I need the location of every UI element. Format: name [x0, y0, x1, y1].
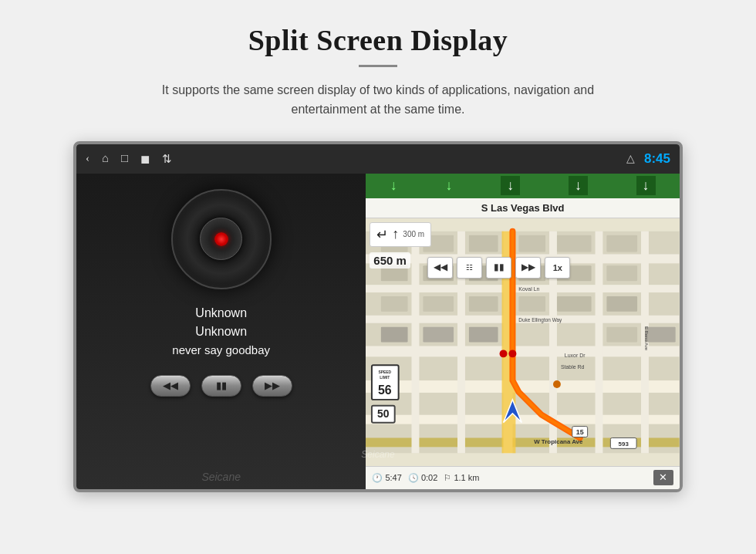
- svg-rect-20: [557, 235, 592, 252]
- home-icon[interactable]: ⌂: [102, 152, 109, 165]
- svg-point-41: [553, 380, 561, 388]
- next-button[interactable]: ▶▶: [252, 375, 292, 397]
- page-subtitle: It supports the same screen display of t…: [154, 81, 602, 120]
- song-title: never say goodbay: [172, 343, 270, 356]
- svg-rect-33: [607, 296, 638, 312]
- svg-rect-23: [424, 265, 454, 281]
- device-frame: ‹ ⌂ □ ◼ ⇅ △ 8:45 Unknown Unknown never s…: [73, 141, 683, 492]
- svg-rect-34: [381, 326, 408, 342]
- next-icon: ▶▶: [265, 380, 280, 390]
- nav-arrow-5: ↓: [636, 176, 656, 195]
- svg-point-39: [500, 350, 508, 357]
- nav-bottom-bar: 🕐 5:47 🕓 0:02 ⚐ 1.1 km ✕: [366, 466, 680, 489]
- disc-art: [171, 189, 272, 289]
- window-icon[interactable]: □: [121, 152, 128, 165]
- svg-text:56: 56: [378, 383, 392, 397]
- svg-rect-27: [607, 265, 638, 281]
- page-title: Split Screen Display: [248, 23, 508, 57]
- svg-text:Koval Ln: Koval Ln: [519, 286, 540, 292]
- title-divider: [359, 65, 397, 67]
- svg-rect-10: [457, 231, 465, 453]
- svg-rect-29: [424, 296, 454, 312]
- nav-top-bar: ↓ ↓ ↓ ↓ ↓: [366, 174, 680, 198]
- svg-text:Duke Ellington Way: Duke Ellington Way: [519, 316, 563, 323]
- status-time: 8:45: [644, 151, 670, 167]
- nav-street-bar: S Las Vegas Blvd: [366, 198, 680, 218]
- svg-text:E Reno Ave: E Reno Ave: [644, 326, 649, 351]
- svg-point-40: [509, 350, 517, 357]
- svg-text:15: 15: [576, 428, 584, 436]
- svg-rect-32: [557, 296, 592, 312]
- svg-rect-35: [424, 326, 454, 342]
- nav-arrow-1: ↓: [390, 177, 397, 194]
- svg-rect-28: [381, 296, 408, 312]
- play-pause-button[interactable]: ▮▮: [201, 375, 241, 397]
- svg-rect-31: [519, 296, 546, 312]
- svg-rect-25: [519, 265, 546, 281]
- back-arrow-icon[interactable]: ‹: [86, 152, 89, 165]
- nav-bottom-distance: ⚐ 1.1 km: [444, 473, 479, 483]
- usb-icon[interactable]: ⇅: [162, 152, 172, 166]
- song-info: Unknown Unknown never say goodbay: [172, 306, 270, 356]
- svg-rect-26: [557, 265, 592, 281]
- status-bar: ‹ ⌂ □ ◼ ⇅ △ 8:45: [76, 144, 680, 174]
- nav-arrow-2: ↓: [445, 177, 452, 194]
- pause-icon: ▮▮: [216, 380, 227, 390]
- svg-rect-21: [607, 235, 638, 252]
- svg-text:SPEED: SPEED: [379, 370, 392, 374]
- disc-inner: [200, 218, 242, 260]
- svg-text:Stable Rd: Stable Rd: [561, 364, 585, 370]
- svg-text:LIMIT: LIMIT: [380, 376, 390, 380]
- svg-rect-19: [519, 235, 546, 252]
- nav-close-btn[interactable]: ✕: [653, 470, 673, 485]
- triangle-icon: △: [626, 152, 635, 165]
- nav-panel: ↓ ↓ ↓ ↓ ↓ S Las Vegas Blvd: [366, 174, 680, 489]
- nav-bottom-elapsed: 🕓 0:02: [408, 473, 437, 483]
- nav-arrow-4: ↓: [569, 176, 588, 195]
- nav-bottom-time: 🕐 5:47: [372, 473, 401, 483]
- song-album: Unknown: [172, 325, 270, 339]
- nav-street-name: S Las Vegas Blvd: [481, 202, 565, 214]
- svg-text:Luxor Dr: Luxor Dr: [565, 353, 586, 358]
- disc-center: [214, 232, 228, 246]
- svg-text:50: 50: [377, 407, 390, 419]
- media-watermark: Seicane: [201, 471, 241, 483]
- nav-arrow-3: ↓: [501, 176, 520, 195]
- media-controls: ◀◀ ▮▮ ▶▶: [150, 375, 292, 397]
- media-panel: Unknown Unknown never say goodbay ◀◀ ▮▮ …: [76, 174, 366, 489]
- image-icon[interactable]: ◼: [140, 152, 150, 166]
- song-artist: Unknown: [172, 306, 270, 320]
- svg-rect-22: [381, 265, 408, 281]
- svg-rect-18: [469, 235, 498, 252]
- split-area: Unknown Unknown never say goodbay ◀◀ ▮▮ …: [76, 174, 680, 489]
- map-area: SPEED LIMIT 56 50 15 Koval Ln Duke Ellin…: [366, 218, 680, 466]
- prev-icon: ◀◀: [163, 380, 178, 390]
- svg-rect-9: [412, 231, 420, 453]
- prev-button[interactable]: ◀◀: [150, 375, 191, 397]
- svg-rect-13: [596, 231, 603, 453]
- svg-rect-16: [381, 235, 408, 252]
- svg-rect-17: [424, 235, 454, 252]
- svg-rect-24: [469, 265, 498, 281]
- svg-rect-37: [607, 326, 638, 342]
- status-bar-right: △ 8:45: [626, 151, 670, 167]
- svg-text:W Tropicana Ave: W Tropicana Ave: [535, 438, 584, 445]
- svg-rect-30: [469, 296, 498, 312]
- svg-rect-36: [469, 326, 498, 342]
- svg-text:593: 593: [619, 441, 629, 448]
- status-bar-left: ‹ ⌂ □ ◼ ⇅: [86, 152, 172, 166]
